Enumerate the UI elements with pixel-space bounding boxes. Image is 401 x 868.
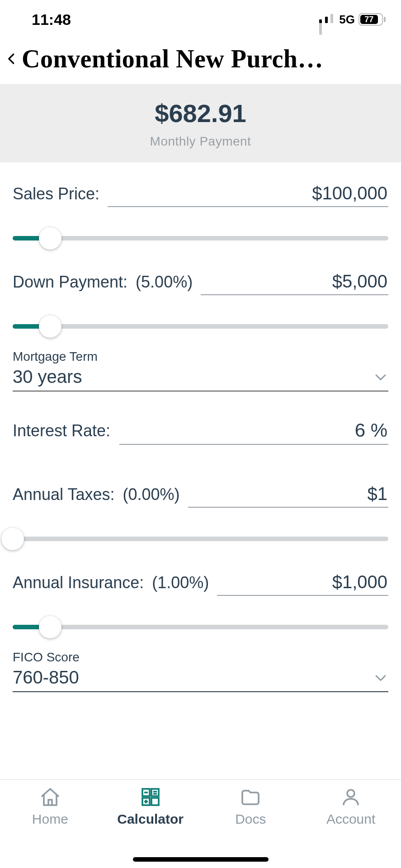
tab-calculator[interactable]: Calculator	[100, 786, 201, 868]
annual-insurance-slider[interactable]	[13, 617, 388, 637]
person-icon	[340, 786, 362, 808]
svg-rect-2	[151, 789, 159, 796]
cellular-signal-icon	[319, 14, 335, 25]
tab-account[interactable]: Account	[301, 786, 401, 868]
mortgage-term-value: 30 years	[13, 367, 82, 387]
down-payment-slider[interactable]	[13, 316, 388, 337]
chevron-left-icon	[5, 49, 19, 69]
down-payment-row: Down Payment: (5.00%) $5,000	[13, 271, 388, 295]
annual-taxes-pct: (0.00%)	[123, 485, 180, 508]
tab-docs-label: Docs	[235, 811, 266, 827]
status-bar: 11:48 5G 77	[0, 0, 401, 35]
annual-insurance-label: Annual Insurance:	[13, 573, 144, 596]
mortgage-term-select[interactable]: Mortgage Term 30 years	[13, 349, 388, 392]
chevron-down-icon	[373, 369, 388, 385]
annual-insurance-pct: (1.00%)	[152, 573, 209, 596]
page-header: Conventional New Purch…	[0, 35, 401, 84]
slider-thumb[interactable]	[1, 528, 24, 550]
fico-score-select[interactable]: FICO Score 760-850	[13, 650, 388, 692]
sales-price-input[interactable]: $100,000	[108, 183, 388, 207]
folder-icon	[240, 786, 261, 808]
network-type: 5G	[339, 13, 355, 27]
sales-price-row: Sales Price: $100,000	[13, 183, 388, 207]
fico-score-label: FICO Score	[13, 650, 388, 665]
tab-calculator-label: Calculator	[117, 811, 184, 827]
monthly-payment-label: Monthly Payment	[0, 134, 401, 149]
interest-rate-input[interactable]: 6 %	[119, 420, 388, 445]
down-payment-value: $5,000	[332, 271, 387, 291]
annual-taxes-input[interactable]: $1	[188, 484, 388, 508]
sales-price-slider[interactable]	[13, 228, 388, 249]
payment-summary: $682.91 Monthly Payment	[0, 84, 401, 162]
battery-percent: 77	[364, 15, 373, 24]
annual-taxes-slider[interactable]	[13, 528, 388, 549]
tab-home-label: Home	[32, 811, 68, 827]
calculator-icon	[140, 786, 161, 808]
sales-price-label: Sales Price:	[13, 184, 99, 207]
slider-thumb[interactable]	[39, 616, 61, 638]
sales-price-value: $100,000	[312, 183, 387, 203]
mortgage-term-label: Mortgage Term	[13, 349, 388, 364]
annual-taxes-row: Annual Taxes: (0.00%) $1	[13, 484, 388, 508]
down-payment-label: Down Payment:	[13, 273, 127, 295]
chevron-down-icon	[373, 670, 388, 685]
status-time: 11:48	[32, 11, 71, 28]
down-payment-input[interactable]: $5,000	[201, 271, 388, 295]
annual-taxes-value: $1	[368, 484, 388, 504]
home-icon	[39, 786, 61, 808]
interest-rate-row: Interest Rate: 6 %	[13, 420, 388, 445]
fico-score-value: 760-850	[13, 667, 79, 688]
svg-point-9	[347, 790, 354, 797]
page-title: Conventional New Purch…	[22, 44, 395, 73]
interest-rate-value: 6 %	[355, 420, 387, 441]
tab-docs[interactable]: Docs	[201, 786, 301, 868]
annual-insurance-input[interactable]: $1,000	[217, 572, 388, 596]
back-button[interactable]	[4, 48, 20, 70]
home-indicator[interactable]	[133, 857, 269, 862]
annual-insurance-row: Annual Insurance: (1.00%) $1,000	[13, 572, 388, 596]
interest-rate-label: Interest Rate:	[13, 421, 110, 445]
slider-thumb[interactable]	[39, 227, 61, 250]
annual-taxes-label: Annual Taxes:	[13, 485, 115, 508]
tab-account-label: Account	[326, 811, 375, 827]
slider-thumb[interactable]	[39, 315, 61, 338]
annual-insurance-value: $1,000	[332, 572, 387, 592]
battery-icon: 77	[359, 13, 386, 26]
svg-rect-8	[151, 798, 159, 805]
status-right: 5G 77	[319, 13, 386, 27]
down-payment-pct: (5.00%)	[136, 273, 193, 295]
tab-bar: Home Calculator Docs Account	[0, 779, 401, 868]
monthly-payment-amount: $682.91	[0, 99, 401, 128]
tab-home[interactable]: Home	[0, 786, 100, 868]
